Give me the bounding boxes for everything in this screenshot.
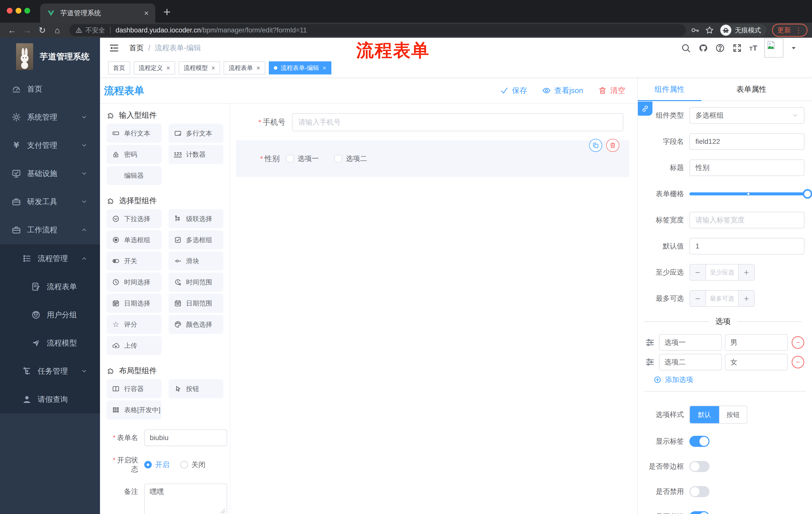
palette-item-0-0[interactable]: 单行文本 xyxy=(107,124,162,143)
close-tab-icon[interactable]: × xyxy=(211,64,215,71)
increase-button[interactable]: + xyxy=(738,265,754,280)
browser-tab[interactable]: 芋道管理系统 × xyxy=(40,3,155,23)
tags-view-tab-4[interactable]: 流程表单-编辑× xyxy=(269,61,331,75)
option-value-input-1[interactable] xyxy=(725,354,788,371)
status-radio-on[interactable]: 开启 xyxy=(144,460,169,469)
github-icon[interactable] xyxy=(698,43,708,53)
add-option-button[interactable]: 添加选项 xyxy=(654,375,812,384)
palette-item-2-0[interactable]: 行容器 xyxy=(107,379,162,398)
sidebar-item-5[interactable]: 工作流程 xyxy=(0,216,100,244)
canvas-field-phone[interactable]: *手机号 xyxy=(230,113,637,131)
tags-view-tab-2[interactable]: 流程模型× xyxy=(179,61,220,75)
resize-grip-icon[interactable] xyxy=(221,509,225,513)
tags-view-tab-3[interactable]: 流程表单× xyxy=(224,61,265,75)
status-radio-off[interactable]: 关闭 xyxy=(180,460,205,469)
palette-item-0-1[interactable]: 多行文本 xyxy=(169,124,224,143)
tab-form-props[interactable]: 表单属性 xyxy=(736,84,766,94)
delete-field-button[interactable] xyxy=(606,139,619,152)
sidebar-item-0[interactable]: 首页 xyxy=(0,75,100,103)
grid-slider[interactable] xyxy=(689,186,808,202)
decrease-button[interactable]: − xyxy=(690,291,705,306)
palette-item-2-2[interactable]: 表格[开发中] xyxy=(107,400,162,420)
phone-input[interactable] xyxy=(292,113,623,131)
form-name-input[interactable] xyxy=(144,430,227,446)
zoom-window-button[interactable] xyxy=(24,8,30,13)
save-button[interactable]: 保存 xyxy=(500,85,527,96)
link-tab-button[interactable] xyxy=(638,102,652,116)
checkbox-icon[interactable] xyxy=(286,155,294,162)
palette-item-0-2[interactable]: 密码 xyxy=(107,145,162,164)
new-tab-button[interactable]: + xyxy=(163,4,171,19)
clear-button[interactable]: 清空 xyxy=(598,85,625,96)
palette-item-1-9[interactable]: 日期范围 xyxy=(169,294,224,313)
browser-update-button[interactable]: 更新 ⋮ xyxy=(772,24,808,37)
toggle-switch-3[interactable] xyxy=(689,511,709,514)
slider-handle[interactable] xyxy=(803,189,812,199)
sidebar-item-sub-2[interactable]: 用户分组 xyxy=(0,301,100,329)
home-icon[interactable]: ⌂ xyxy=(50,25,65,35)
option-value-input-0[interactable] xyxy=(725,334,788,351)
tags-view-tab-0[interactable]: 首页 xyxy=(108,61,130,75)
tab-component-props[interactable]: 组件属性 xyxy=(655,84,685,94)
password-key-icon[interactable] xyxy=(690,26,699,35)
checkbox-icon[interactable] xyxy=(335,155,342,162)
gender-checkbox-0[interactable]: 选项一 xyxy=(286,154,319,163)
palette-item-0-4[interactable]: 编辑器 xyxy=(107,166,162,185)
sidebar-item-1[interactable]: 系统管理 xyxy=(0,103,100,131)
palette-item-1-1[interactable]: 级联选择 xyxy=(169,209,224,228)
palette-item-1-4[interactable]: 开关 xyxy=(107,251,162,271)
drag-options-icon[interactable] xyxy=(644,337,656,348)
default-value-input[interactable] xyxy=(689,238,805,254)
font-size-icon[interactable]: TT xyxy=(749,44,757,52)
style-button-button[interactable]: 按钮 xyxy=(719,406,747,423)
field-name-input[interactable] xyxy=(689,133,805,150)
style-default-button[interactable]: 默认 xyxy=(690,406,719,423)
copy-field-button[interactable] xyxy=(589,139,602,152)
palette-item-2-1[interactable]: 按钮 xyxy=(169,379,224,398)
label-width-input[interactable] xyxy=(689,212,805,228)
toggle-switch-0[interactable] xyxy=(689,436,709,447)
toggle-switch-2[interactable] xyxy=(689,486,709,497)
close-tab-icon[interactable]: × xyxy=(144,8,149,18)
palette-item-1-10[interactable]: ☆评分 xyxy=(107,315,162,334)
help-icon[interactable] xyxy=(715,43,725,53)
close-tab-icon[interactable]: × xyxy=(166,64,170,71)
close-tab-icon[interactable]: × xyxy=(323,64,326,71)
option-name-input-0[interactable] xyxy=(659,334,722,351)
sidebar-item-4[interactable]: 研发工具 xyxy=(0,188,100,216)
increase-button[interactable]: + xyxy=(738,291,754,306)
palette-item-0-3[interactable]: 123计数器 xyxy=(169,145,224,164)
remove-option-button-0[interactable] xyxy=(792,336,804,349)
toggle-switch-1[interactable] xyxy=(689,461,709,472)
avatar[interactable] xyxy=(764,38,783,58)
close-window-button[interactable] xyxy=(7,8,12,13)
sidebar-item-sub-3[interactable]: 流程模型 xyxy=(0,329,100,357)
palette-item-1-0[interactable]: 下拉选择 xyxy=(107,209,162,228)
breadcrumb-home[interactable]: 首页 xyxy=(129,43,144,53)
palette-item-1-12[interactable]: 上传 xyxy=(107,336,162,355)
sidebar-item-sub-1[interactable]: 流程表单 xyxy=(0,273,100,301)
decrease-button[interactable]: − xyxy=(690,265,705,280)
back-icon[interactable]: ← xyxy=(4,25,20,35)
close-tab-icon[interactable]: × xyxy=(256,64,260,71)
form-remark-textarea[interactable] xyxy=(144,484,227,514)
collapse-sidebar-icon[interactable] xyxy=(109,43,119,53)
bookmark-star-icon[interactable] xyxy=(705,26,714,35)
palette-item-1-3[interactable]: 多选框组 xyxy=(169,231,224,249)
title-input[interactable] xyxy=(689,159,805,176)
avatar-caret-icon[interactable] xyxy=(790,45,797,51)
min-select-value[interactable]: 至少应选 xyxy=(705,265,738,280)
canvas-field-gender-selected[interactable]: *性别 选项一选项二 xyxy=(236,140,629,177)
minimize-window-button[interactable] xyxy=(16,8,21,13)
palette-item-1-6[interactable]: 时间选择 xyxy=(107,273,162,292)
fullscreen-icon[interactable] xyxy=(732,43,742,53)
browser-menu-icon[interactable]: ⋮ xyxy=(795,26,802,34)
component-type-select[interactable]: 多选框组 xyxy=(689,107,805,124)
remove-option-button-1[interactable] xyxy=(792,356,804,369)
max-select-value[interactable]: 最多可选 xyxy=(705,291,738,306)
palette-item-1-7[interactable]: 时间范围 xyxy=(169,273,224,292)
palette-item-1-8[interactable]: 日期选择 xyxy=(107,294,162,313)
palette-item-1-5[interactable]: 滑块 xyxy=(169,251,224,271)
sidebar-item-sub-4[interactable]: 任务管理 xyxy=(0,357,100,385)
sidebar-item-3[interactable]: 基础设施 xyxy=(0,159,100,188)
